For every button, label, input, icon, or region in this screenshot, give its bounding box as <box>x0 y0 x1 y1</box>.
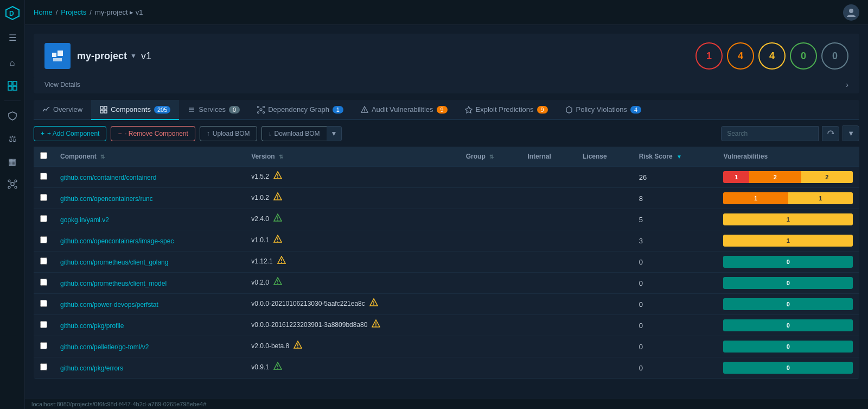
tab-exploit-badge: 9 <box>537 106 548 114</box>
row-checkbox[interactable] <box>40 173 47 180</box>
table-row: github.com/prometheus/client_golangv1.12… <box>34 251 859 273</box>
table-row: github.com/opencontainers/runcv1.0.2811 <box>34 188 859 209</box>
col-version[interactable]: Version ⇅ <box>245 147 459 167</box>
vuln-bar: 0 <box>723 256 853 268</box>
vuln-bar: 11 <box>723 192 853 204</box>
tab-policy-violations[interactable]: Policy Violations 4 <box>557 100 650 120</box>
component-link[interactable]: github.com/pkg/profile <box>60 322 124 330</box>
sidebar: D ☰ ⌂ ⚖ ▦ <box>0 0 25 409</box>
tabs-container: Overview Components 205 Services 0 Depen… <box>34 100 859 120</box>
row-license <box>576 315 633 336</box>
row-checkbox[interactable] <box>40 215 47 222</box>
view-details-chevron: › <box>846 80 848 89</box>
row-license <box>576 209 633 230</box>
component-link[interactable]: github.com/containerd/containerd <box>60 174 156 181</box>
view-details-bar: View Details › <box>34 78 859 93</box>
table-row: github.com/pkg/errorsv0.9.100 <box>34 357 859 379</box>
tab-dependency-graph[interactable]: Dependency Graph 1 <box>248 100 352 120</box>
select-all-header[interactable] <box>34 147 54 167</box>
select-all-checkbox[interactable] <box>40 152 47 159</box>
tab-audit-badge: 9 <box>437 106 448 114</box>
row-version: v0.2.0 <box>245 273 459 292</box>
hamburger-button[interactable]: ☰ <box>4 28 21 47</box>
row-license <box>576 273 633 294</box>
row-checkbox[interactable] <box>40 342 47 349</box>
col-component[interactable]: Component ⇅ <box>54 147 245 167</box>
row-checkbox[interactable] <box>40 300 47 307</box>
svg-point-9 <box>8 186 10 188</box>
svg-rect-21 <box>100 110 103 113</box>
version-text: v0.9.1 <box>251 363 269 371</box>
svg-point-30 <box>263 111 265 113</box>
risk-counter-none[interactable]: 0 <box>821 42 848 70</box>
svg-rect-17 <box>58 51 63 56</box>
view-details-link[interactable]: View Details <box>44 81 80 89</box>
download-bom-dropdown[interactable]: ▼ <box>327 126 342 141</box>
sidebar-icon-shield[interactable] <box>2 105 23 126</box>
sidebar-icon-components[interactable] <box>2 75 23 96</box>
row-checkbox[interactable] <box>40 257 47 265</box>
row-risk-score: 0 <box>633 357 717 379</box>
component-link[interactable]: github.com/opencontainers/image-spec <box>60 237 174 245</box>
risk-counter-low[interactable]: 0 <box>790 42 817 70</box>
row-license <box>576 294 633 315</box>
risk-counter-medium[interactable]: 4 <box>758 42 786 70</box>
upload-bom-button[interactable]: ↑ Upload BOM <box>200 126 257 141</box>
download-icon: ↓ <box>269 130 272 137</box>
table-row: gopkg.in/yaml.v2v2.4.051 <box>34 209 859 230</box>
svg-point-28 <box>263 106 265 108</box>
row-checkbox[interactable] <box>40 363 47 370</box>
svg-line-12 <box>14 181 15 183</box>
tab-audit-vulnerabilities[interactable]: Audit Vulnerabilities 9 <box>352 100 456 120</box>
component-link[interactable]: github.com/pkg/errors <box>60 364 123 372</box>
row-internal <box>521 209 576 230</box>
row-license <box>576 357 633 379</box>
row-vulnerabilities: 1 <box>717 230 859 251</box>
tab-exploit-predictions[interactable]: Exploit Predictions 9 <box>456 100 557 120</box>
row-internal <box>521 188 576 209</box>
project-name-chevron[interactable]: ▼ <box>130 52 137 60</box>
tab-overview[interactable]: Overview <box>34 100 91 120</box>
add-component-button[interactable]: + + Add Component <box>34 126 106 141</box>
svg-line-14 <box>14 186 15 187</box>
component-link[interactable]: github.com/prometheus/client_model <box>60 280 167 287</box>
row-group <box>459 188 521 209</box>
download-bom-button[interactable]: ↓ Download BOM <box>261 126 327 141</box>
filter-dropdown-button[interactable]: ▼ <box>843 125 859 141</box>
svg-point-6 <box>11 183 14 186</box>
component-link[interactable]: github.com/prometheus/client_golang <box>60 259 168 266</box>
sidebar-icon-scale[interactable]: ⚖ <box>2 128 23 149</box>
component-link[interactable]: gopkg.in/yaml.v2 <box>60 216 109 224</box>
vuln-bar: 122 <box>723 171 853 183</box>
tab-components[interactable]: Components 205 <box>91 100 179 120</box>
row-vulnerabilities: 0 <box>717 251 859 273</box>
row-checkbox[interactable] <box>40 321 47 328</box>
row-license <box>576 230 633 251</box>
sidebar-icon-home[interactable]: ⌂ <box>2 53 23 73</box>
row-checkbox[interactable] <box>40 279 47 286</box>
component-link[interactable]: github.com/power-devops/perfstat <box>60 301 158 309</box>
row-internal <box>521 167 576 188</box>
col-risk-score[interactable]: Risk Score ▼ <box>633 147 717 167</box>
risk-counters: 1 4 4 0 0 <box>695 42 848 70</box>
remove-component-button[interactable]: − - Remove Component <box>111 126 195 141</box>
col-group[interactable]: Group ⇅ <box>459 147 521 167</box>
risk-counter-critical[interactable]: 1 <box>695 42 723 70</box>
breadcrumb-projects[interactable]: Projects <box>61 8 86 16</box>
user-avatar[interactable] <box>843 4 859 21</box>
sidebar-icon-table[interactable]: ▦ <box>2 151 23 172</box>
component-link[interactable]: github.com/opencontainers/runc <box>60 195 153 203</box>
risk-counter-high[interactable]: 4 <box>727 42 754 70</box>
component-link[interactable]: github.com/pelletier/go-toml/v2 <box>60 343 149 351</box>
row-checkbox[interactable] <box>40 236 47 243</box>
search-input[interactable] <box>721 126 819 141</box>
version-text: v0.0.0-20210106213030-5aafc221ea8c <box>251 300 365 307</box>
row-version: v0.9.1 <box>245 357 459 376</box>
breadcrumb-home[interactable]: Home <box>34 8 53 16</box>
tab-services[interactable]: Services 0 <box>179 100 248 120</box>
sidebar-icon-network[interactable] <box>2 174 23 194</box>
row-checkbox[interactable] <box>40 194 47 201</box>
statusbar: localhost:8080/projects/0f6fc98d-f447-4b… <box>25 399 868 409</box>
row-version: v0.0.0-20210106213030-5aafc221ea8c <box>245 294 459 313</box>
refresh-button[interactable] <box>822 126 839 141</box>
